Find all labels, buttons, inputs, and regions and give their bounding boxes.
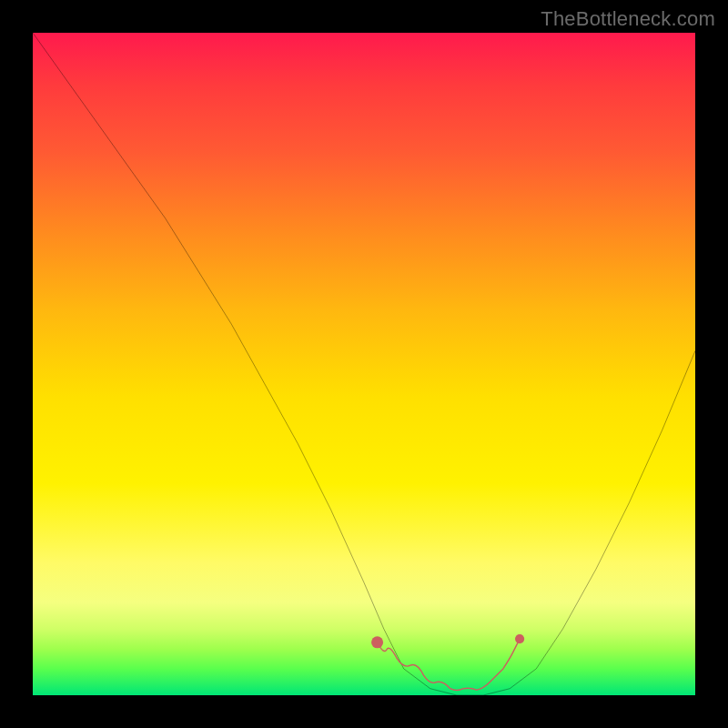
chart-svg bbox=[33, 33, 695, 695]
optimal-range-marker bbox=[378, 639, 521, 690]
bottleneck-curve bbox=[33, 33, 695, 695]
marker-dot-right bbox=[515, 634, 524, 643]
plot-area bbox=[33, 33, 695, 695]
marker-dot-left bbox=[371, 636, 383, 648]
watermark-text: TheBottleneck.com bbox=[541, 7, 715, 31]
chart-frame: TheBottleneck.com bbox=[0, 0, 728, 728]
